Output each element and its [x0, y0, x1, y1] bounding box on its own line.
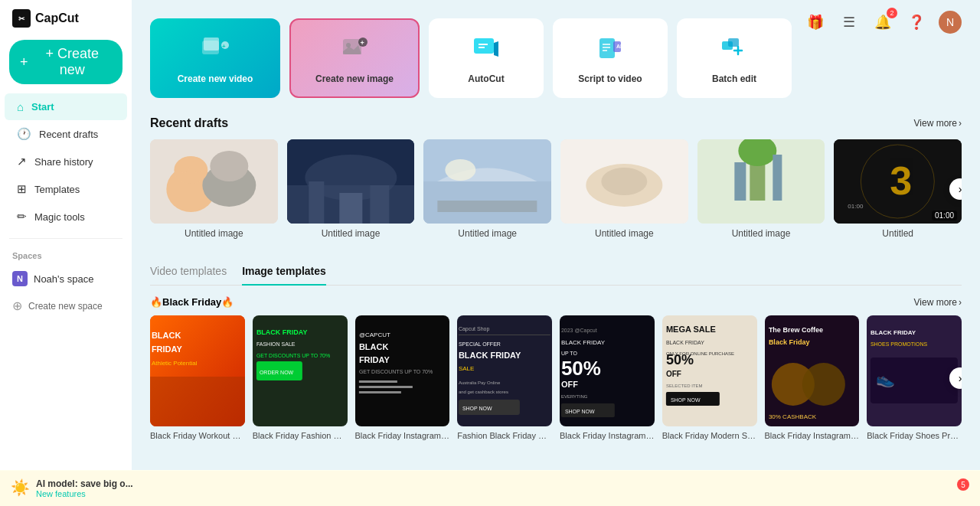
notification-count: 5: [957, 478, 969, 491]
autocut-card[interactable]: AutoCut: [429, 18, 544, 98]
sidebar-item-recent-drafts[interactable]: 🕐 Recent drafts: [5, 120, 127, 148]
template-item-4[interactable]: 2023 @Capcut BLACK FRIDAY UP TO 50% OFF …: [560, 315, 655, 440]
svg-text:FRIDAY: FRIDAY: [152, 344, 183, 354]
create-video-card[interactable]: + Create new video: [150, 18, 280, 98]
recent-drafts-title: Recent drafts: [150, 116, 228, 130]
draft-item-4[interactable]: Untitled image: [697, 139, 825, 239]
svg-text:OFF: OFF: [561, 380, 578, 389]
svg-text:Black Friday: Black Friday: [768, 338, 809, 346]
recent-drafts-grid: Untitled image Untitled image: [150, 139, 962, 239]
svg-point-17: [174, 156, 207, 184]
svg-rect-8: [474, 38, 494, 54]
template-label-4: Black Friday Instagram Story: [560, 431, 655, 440]
svg-text:The Brew Coffee: The Brew Coffee: [768, 326, 822, 334]
spaces-label: Spaces: [0, 246, 132, 265]
gift-icon[interactable]: 🎁: [804, 11, 827, 34]
app-name: CapCut: [35, 11, 79, 25]
ai-badge-title: AI model: save big o...: [36, 478, 133, 489]
draft-label-3: Untitled image: [560, 228, 688, 239]
template-thumb-5: MEGA SALE BLACK FRIDAY ONLY FOR ONLINE P…: [662, 315, 757, 426]
svg-point-95: [802, 363, 844, 406]
space-name: Noah's space: [34, 273, 93, 285]
template-item-5[interactable]: MEGA SALE BLACK FRIDAY ONLY FOR ONLINE P…: [662, 315, 757, 440]
bell-icon[interactable]: 🔔 2: [871, 11, 894, 34]
create-image-card[interactable]: + Create new image: [289, 18, 420, 98]
draft-thumb-1: [287, 139, 415, 224]
svg-text:GET DISCOUNTS UP TO 70%: GET DISCOUNTS UP TO 70%: [358, 369, 432, 374]
draft-item-1[interactable]: Untitled image: [287, 139, 415, 239]
svg-text:Australia Pay Online: Australia Pay Online: [459, 380, 501, 385]
draft-label-4: Untitled image: [697, 228, 825, 239]
svg-text:2023 @Capcut: 2023 @Capcut: [561, 328, 597, 334]
svg-text:and get cashback stores: and get cashback stores: [459, 390, 508, 394]
svg-text:AI: AI: [616, 44, 622, 49]
svg-text:SHOES PROMOTIONS: SHOES PROMOTIONS: [871, 341, 928, 347]
svg-text:UP TO: UP TO: [561, 351, 578, 356]
svg-rect-24: [339, 193, 362, 224]
svg-rect-48: [150, 377, 245, 426]
template-label-7: Black Friday Shoes Promotions...: [867, 431, 962, 440]
sidebar: ✂ CapCut + + Create new ⌂ Start 🕐 Recent…: [0, 0, 132, 506]
tab-image-templates[interactable]: Image templates: [242, 260, 326, 285]
svg-text:👟: 👟: [876, 370, 895, 388]
svg-text:@CAPCUT: @CAPCUT: [358, 331, 390, 338]
plus-icon: +: [20, 54, 28, 70]
svg-rect-37: [734, 162, 746, 201]
draft-label-0: Untitled image: [150, 228, 278, 239]
divider: [9, 238, 122, 239]
svg-text:50%: 50%: [666, 352, 694, 367]
template-label-3: Fashion Black Friday Sale...: [457, 431, 552, 440]
template-item-3[interactable]: Capcut Shop SPECIAL OFFER BLACK FRIDAY S…: [457, 315, 552, 440]
list-icon[interactable]: ☰: [838, 11, 861, 34]
draft-item-3[interactable]: Untitled image: [560, 139, 688, 239]
template-label-1: Black Friday Fashion Sale Instagram Post: [253, 431, 348, 440]
autocut-label: AutoCut: [468, 73, 504, 84]
template-item-1[interactable]: BLACK FRIDAY FASHION SALE GET DISCOUNTS …: [253, 315, 348, 440]
sidebar-item-templates[interactable]: ⊞ Templates: [5, 175, 127, 203]
sidebar-item-start[interactable]: ⌂ Start: [5, 93, 127, 120]
draft-thumb-5: 3 01:00 01:00: [834, 139, 962, 224]
black-friday-label: 🔥Black Friday🔥: [150, 296, 234, 308]
recent-drafts-view-more[interactable]: View more ›: [914, 118, 962, 129]
app-logo: ✂ CapCut: [0, 9, 132, 40]
create-new-button[interactable]: + + Create new: [9, 40, 122, 84]
template-item-6[interactable]: The Brew Coffee Black Friday 30% CASHBAC…: [765, 315, 860, 440]
svg-text:30% CASHBACK: 30% CASHBACK: [768, 413, 816, 420]
template-thumb-1: BLACK FRIDAY FASHION SALE GET DISCOUNTS …: [253, 315, 348, 426]
noah-space[interactable]: N Noah's space: [0, 265, 132, 292]
script-to-video-card[interactable]: AI Script to video: [553, 18, 668, 98]
svg-text:ORDER NOW: ORDER NOW: [260, 370, 294, 375]
draft-item-2[interactable]: Untitled image: [423, 139, 551, 239]
templates-view-more[interactable]: View more ›: [914, 297, 962, 308]
svg-rect-38: [773, 155, 782, 201]
draft-thumb-4: [697, 139, 825, 224]
draft-item-0[interactable]: Untitled image: [150, 139, 278, 239]
clock-icon: 🕐: [17, 127, 31, 141]
template-item-7[interactable]: BLACK FRIDAY SHOES PROMOTIONS 👟 Black Fr…: [867, 315, 962, 440]
tab-video-templates[interactable]: Video templates: [150, 260, 227, 285]
svg-text:BLACK: BLACK: [152, 331, 181, 340]
draft-duration: 01:00: [932, 211, 957, 220]
svg-rect-13: [728, 38, 739, 47]
template-grid: BLACK FRIDAY Athletic Potential Black Fr…: [150, 315, 962, 440]
template-thumb-6: The Brew Coffee Black Friday 30% CASHBAC…: [765, 315, 860, 426]
template-item-2[interactable]: @CAPCUT BLACK FRIDAY GET DISCOUNTS UP TO…: [355, 315, 450, 440]
draft-item-5[interactable]: 3 01:00 01:00 Untitled: [834, 139, 962, 239]
svg-text:+: +: [361, 39, 364, 47]
sidebar-item-magic-tools[interactable]: ✏ Magic tools: [5, 203, 127, 230]
template-item-0[interactable]: BLACK FRIDAY Athletic Potential Black Fr…: [150, 315, 245, 440]
svg-text:OFF: OFF: [666, 370, 681, 378]
avatar[interactable]: N: [939, 11, 962, 34]
help-icon[interactable]: ❓: [905, 11, 928, 34]
batch-icon: [717, 32, 751, 66]
svg-rect-9: [599, 38, 615, 58]
template-label-5: Black Friday Modern Sale Instagram Post: [662, 431, 757, 440]
svg-text:GET DISCOUNTS UP TO 70%: GET DISCOUNTS UP TO 70%: [256, 353, 330, 358]
create-space[interactable]: ⊕ Create new space: [0, 292, 132, 319]
svg-rect-25: [309, 181, 324, 224]
ai-badge[interactable]: ☀️ AI model: save big o... New features …: [0, 470, 980, 506]
svg-rect-30: [438, 201, 537, 212]
sidebar-item-share-history[interactable]: ↗ Share history: [5, 148, 127, 175]
nav-label-start: Start: [31, 101, 54, 113]
batch-edit-card[interactable]: Batch edit: [677, 18, 792, 98]
